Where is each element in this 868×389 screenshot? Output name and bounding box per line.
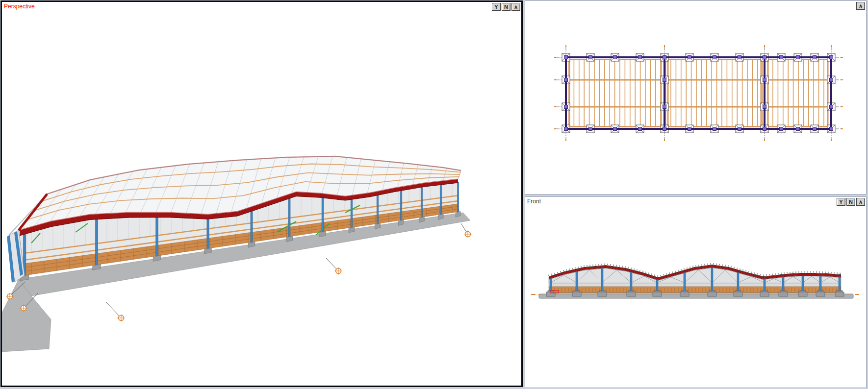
view-n-button[interactable]: N <box>502 3 511 11</box>
viewport-title-front: Front <box>527 198 541 205</box>
view-n-button[interactable]: N <box>846 198 855 206</box>
plan-glulam-beams <box>566 60 831 127</box>
plan-purlins <box>569 59 828 127</box>
plan-view-drawing <box>525 1 866 194</box>
viewport-button-row: ∧ <box>856 2 865 10</box>
maximize-viewport-button[interactable]: ∧ <box>856 2 865 10</box>
application-window: Perspective Y N ∧ ∧ Front Y N ∧ <box>0 0 868 389</box>
viewport-title-perspective: Perspective <box>4 3 35 10</box>
viewport-front[interactable]: Front Y N ∧ <box>525 196 867 388</box>
perspective-3d-rendering <box>2 2 521 386</box>
viewport-perspective[interactable]: Perspective Y N ∧ <box>0 0 523 387</box>
view-y-button[interactable]: Y <box>492 3 501 11</box>
maximize-viewport-button[interactable]: ∧ <box>511 3 520 11</box>
viewport-plan[interactable]: ∧ <box>525 0 867 194</box>
plan-main-frames <box>565 56 832 130</box>
viewport-button-row: Y N ∧ <box>492 3 520 11</box>
front-wall <box>549 283 841 293</box>
maximize-viewport-button[interactable]: ∧ <box>856 198 865 206</box>
plan-support-symbols <box>562 53 835 133</box>
front-elevation-drawing <box>525 197 866 388</box>
viewport-button-row: Y N ∧ <box>837 198 865 206</box>
view-y-button[interactable]: Y <box>837 198 845 206</box>
